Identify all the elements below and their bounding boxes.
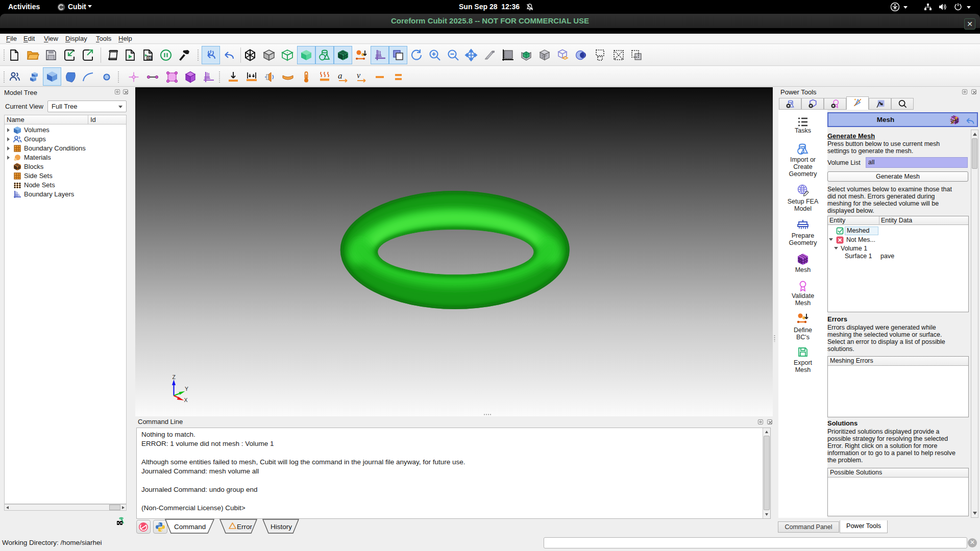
svg-text:X: X: [184, 397, 188, 403]
svg-text:Error: Error: [237, 523, 253, 531]
svg-text:Command: Command: [174, 523, 206, 531]
svg-text:History: History: [271, 523, 292, 531]
svg-text:a: a: [338, 71, 342, 81]
svg-text:v: v: [357, 71, 361, 80]
svg-text:Y: Y: [185, 386, 188, 392]
svg-text:ID: ID: [148, 56, 152, 60]
svg-text:Z: Z: [173, 374, 176, 380]
